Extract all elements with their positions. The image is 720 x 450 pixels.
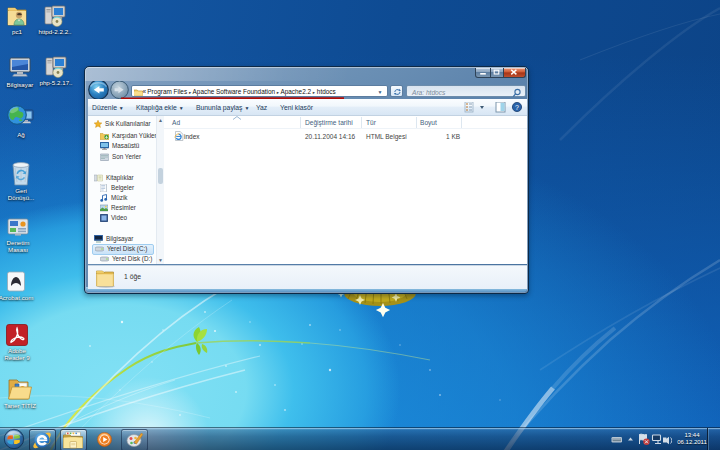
svg-text:?: ?	[515, 104, 519, 111]
